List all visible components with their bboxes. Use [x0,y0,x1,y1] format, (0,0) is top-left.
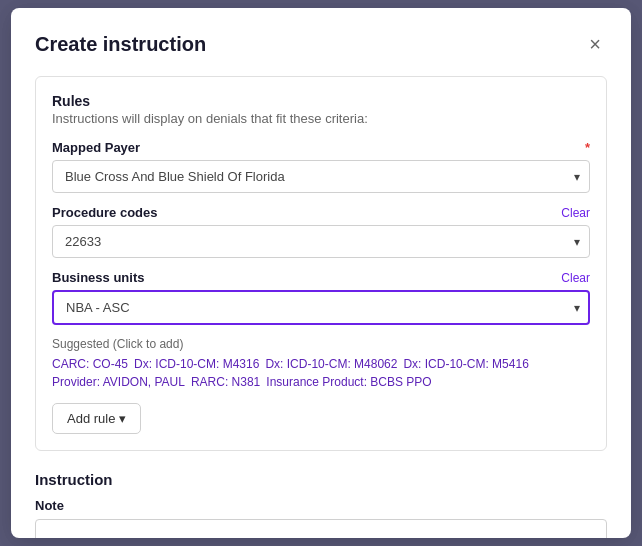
mapped-payer-label: Mapped Payer * [52,140,590,155]
add-rule-chevron-icon: ▾ [119,411,126,426]
suggestion-links-container: CARC: CO-45 Dx: ICD-10-CM: M4316 Dx: ICD… [52,357,590,389]
suggestion-provider-avidon[interactable]: Provider: AVIDON, PAUL [52,375,185,389]
instruction-section: Instruction Note [35,471,607,538]
close-button[interactable]: × [583,32,607,56]
procedure-codes-select[interactable]: 22633 [52,225,590,258]
add-rule-button[interactable]: Add rule ▾ [52,403,141,434]
modal-overlay: Create instruction × Rules Instructions … [0,0,642,546]
procedure-codes-label-row: Procedure codes Clear [52,205,590,220]
rules-label: Rules [52,93,590,109]
suggestion-dx-m4316[interactable]: Dx: ICD-10-CM: M4316 [134,357,259,371]
business-units-select[interactable]: NBA - ASC [52,290,590,325]
modal-header: Create instruction × [35,32,607,56]
suggestion-carc-co45[interactable]: CARC: CO-45 [52,357,128,371]
mapped-payer-select[interactable]: Blue Cross And Blue Shield Of Florida [52,160,590,193]
instruction-title: Instruction [35,471,607,488]
rules-section: Rules Instructions will display on denia… [35,76,607,451]
business-units-field: Business units Clear NBA - ASC ▾ [52,270,590,325]
note-label: Note [35,498,607,513]
suggestion-dx-m48062[interactable]: Dx: ICD-10-CM: M48062 [265,357,397,371]
add-rule-label: Add rule [67,411,115,426]
modal-dialog: Create instruction × Rules Instructions … [11,8,631,538]
procedure-codes-clear-button[interactable]: Clear [561,206,590,220]
suggestion-insurance-bcbs[interactable]: Insurance Product: BCBS PPO [266,375,431,389]
procedure-codes-field: Procedure codes Clear 22633 ▾ [52,205,590,258]
modal-title: Create instruction [35,33,206,56]
business-units-clear-button[interactable]: Clear [561,271,590,285]
suggestion-rarc-n381[interactable]: RARC: N381 [191,375,260,389]
suggestions-label: Suggested (Click to add) [52,337,590,351]
note-textarea[interactable] [35,519,607,538]
mapped-payer-wrapper: Blue Cross And Blue Shield Of Florida ▾ [52,160,590,193]
business-units-label-row: Business units Clear [52,270,590,285]
rules-description: Instructions will display on denials tha… [52,111,590,126]
business-units-wrapper: NBA - ASC ▾ [52,290,590,325]
mapped-payer-field: Mapped Payer * Blue Cross And Blue Shiel… [52,140,590,193]
suggestions-area: Suggested (Click to add) CARC: CO-45 Dx:… [52,337,590,389]
procedure-codes-wrapper: 22633 ▾ [52,225,590,258]
suggestion-dx-m5416[interactable]: Dx: ICD-10-CM: M5416 [403,357,528,371]
